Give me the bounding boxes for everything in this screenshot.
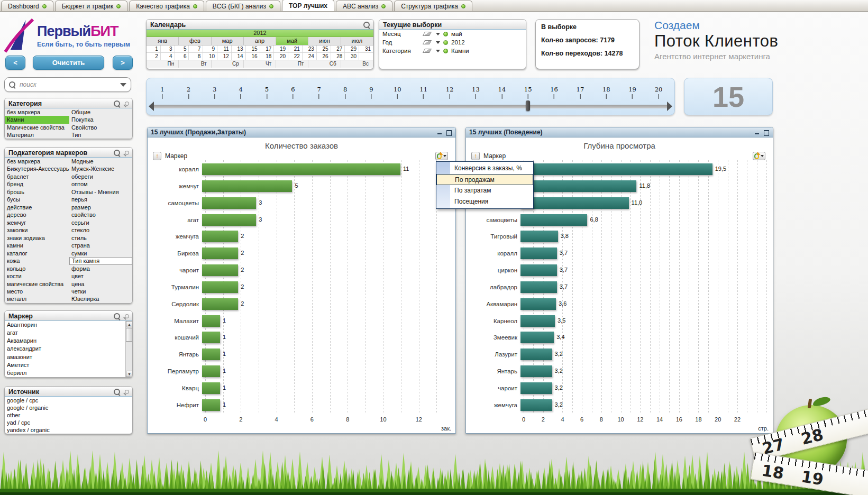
tab-traffic-structure[interactable]: Структура трафика — [394, 1, 472, 11]
month-cell[interactable]: май — [276, 37, 308, 45]
list-item[interactable]: google / cpc — [5, 397, 132, 404]
slider-thumb[interactable] — [526, 100, 530, 111]
search-box[interactable] — [4, 77, 131, 92]
day-cell[interactable]: 27 — [331, 45, 345, 52]
day-cell[interactable]: 3 — [161, 45, 175, 52]
sort-ascending-icon[interactable]: ↑ — [153, 152, 161, 160]
month-cell[interactable]: апр — [244, 37, 276, 45]
list-item[interactable]: действие — [5, 204, 69, 211]
bar[interactable] — [202, 298, 238, 310]
minimize-icon[interactable] — [754, 130, 761, 135]
list-item[interactable]: Аметист — [5, 361, 132, 369]
list-item[interactable]: Отзывы - Мнения — [69, 188, 132, 196]
list-item[interactable]: yad / cpc — [5, 419, 132, 426]
tab-bcg-analysis[interactable]: BCG (БКГ) анализ — [206, 1, 280, 11]
bar[interactable] — [202, 399, 220, 411]
next-button[interactable]: > — [113, 56, 133, 70]
day-cell[interactable]: 4 — [161, 53, 175, 60]
fast-change-button[interactable] — [753, 152, 765, 160]
list-item[interactable]: стекло — [69, 226, 132, 234]
bar[interactable] — [202, 332, 220, 343]
month-cell[interactable]: июл — [341, 37, 373, 45]
window-caption[interactable]: 15 лучших (Продажи,Затраты) — [148, 127, 455, 138]
slider-right-arrow-icon[interactable] — [667, 102, 672, 111]
maximize-icon[interactable] — [445, 130, 452, 135]
list-item[interactable]: кости — [5, 272, 69, 280]
list-item[interactable]: обереги — [69, 173, 132, 180]
search-icon[interactable] — [114, 100, 121, 107]
list-item[interactable]: кольцо — [5, 265, 69, 272]
day-cell[interactable]: 9 — [203, 45, 217, 52]
eraser-icon[interactable] — [423, 32, 432, 36]
list-item[interactable]: четки — [69, 288, 132, 295]
day-cell[interactable]: 1 — [147, 45, 161, 52]
bar[interactable] — [202, 248, 238, 259]
list-item[interactable]: стиль — [69, 234, 132, 242]
bar[interactable] — [520, 281, 557, 293]
scroll-down-icon[interactable]: ▼ — [126, 371, 133, 377]
month-cell[interactable]: янв — [147, 37, 179, 45]
list-item[interactable]: кожа — [5, 257, 69, 264]
list-item[interactable]: браслет — [5, 173, 69, 180]
list-item[interactable]: Материал — [5, 131, 69, 139]
list-item[interactable]: Тип — [69, 131, 132, 139]
menu-item[interactable]: Посещения — [436, 196, 533, 207]
list-item[interactable]: Бижутерия-Аксессуары — [5, 165, 69, 172]
tab-dashboard[interactable]: Dashboard — [1, 1, 53, 11]
list-item[interactable]: каталог — [5, 250, 69, 257]
top-n-slider[interactable]: 1234567891011121314151617181920 — [146, 78, 675, 115]
bar[interactable] — [520, 382, 552, 394]
search-icon[interactable] — [114, 389, 121, 396]
search-icon[interactable] — [363, 22, 370, 29]
list-item[interactable]: other — [5, 411, 132, 419]
minimize-icon[interactable] — [436, 130, 443, 135]
list-item[interactable]: серьги — [69, 219, 132, 226]
day-cell[interactable]: 31 — [359, 45, 373, 52]
list-item[interactable]: оптом — [69, 180, 132, 188]
search-input[interactable] — [20, 81, 120, 88]
scrollbar-thumb[interactable] — [126, 328, 133, 342]
day-cell[interactable]: 21 — [288, 45, 303, 52]
bar[interactable] — [202, 281, 238, 293]
bar[interactable] — [520, 163, 712, 175]
bar[interactable] — [520, 264, 557, 276]
eraser-icon[interactable] — [423, 49, 432, 53]
tab-abc-analysis[interactable]: ABC анализ — [336, 1, 392, 11]
list-item[interactable]: форма — [69, 265, 132, 272]
list-item[interactable]: бусы — [5, 196, 69, 203]
list-item[interactable]: дерево — [5, 211, 69, 218]
list-item[interactable]: сумки — [69, 250, 132, 257]
bar[interactable] — [520, 332, 554, 343]
list-item[interactable]: Покупка — [69, 116, 132, 123]
day-cell[interactable]: 11 — [217, 45, 232, 52]
chevron-down-icon[interactable] — [120, 83, 126, 87]
list-item[interactable]: Аквамарин — [5, 337, 132, 345]
list-item[interactable]: yandex / organic — [5, 426, 132, 434]
list-item[interactable]: цвет — [69, 272, 132, 280]
sort-ascending-icon[interactable]: ↑ — [471, 152, 480, 160]
list-item[interactable]: александрит — [5, 345, 132, 353]
list-item[interactable]: страна — [69, 242, 132, 249]
search-icon[interactable] — [114, 150, 121, 157]
list-item[interactable]: Авантюрин — [5, 321, 132, 329]
tab-top-best[interactable]: ТОР лучших — [282, 0, 334, 11]
bar[interactable] — [202, 197, 256, 209]
day-cell[interactable]: 30 — [345, 53, 359, 60]
list-item[interactable]: размер — [69, 204, 132, 211]
bar[interactable] — [202, 163, 400, 175]
bar[interactable] — [202, 315, 220, 327]
key-icon[interactable] — [123, 389, 129, 395]
day-cell[interactable]: 15 — [246, 45, 260, 52]
bar[interactable] — [520, 298, 556, 310]
dropdown-arrow-icon[interactable] — [436, 41, 440, 44]
list-item[interactable]: google / organic — [5, 404, 132, 411]
bar[interactable] — [202, 382, 220, 394]
bar[interactable] — [520, 248, 557, 259]
month-cell[interactable]: фев — [179, 37, 211, 45]
list-item[interactable]: металл — [5, 295, 69, 302]
menu-item[interactable]: Конверсия в заказы, % — [436, 163, 533, 174]
eraser-icon[interactable] — [423, 40, 432, 44]
menu-item[interactable]: По продажам — [436, 174, 533, 185]
dropdown-arrow-icon[interactable] — [436, 50, 440, 52]
bar[interactable] — [520, 214, 587, 226]
